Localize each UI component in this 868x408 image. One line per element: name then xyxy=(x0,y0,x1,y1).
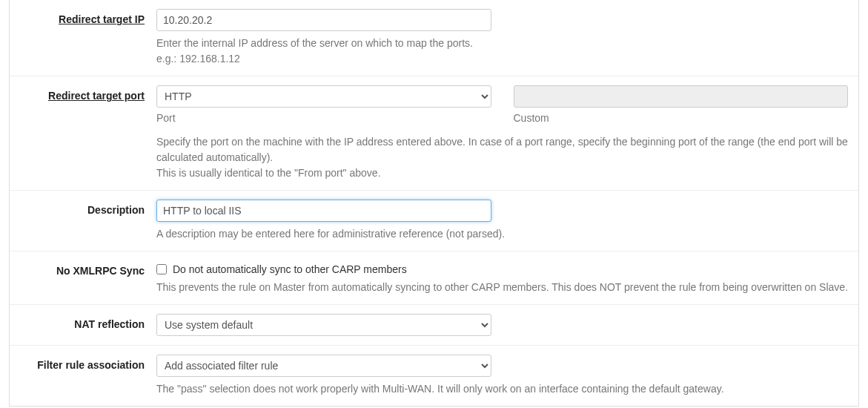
redirect-target-ip-input[interactable] xyxy=(156,9,491,31)
row-redirect-target-port: Redirect target port HTTP Port Custom Sp… xyxy=(10,76,858,190)
help-filter-rule-association: The "pass" selection does not work prope… xyxy=(156,381,848,397)
no-xmlrpc-sync-checkbox[interactable] xyxy=(156,264,167,274)
label-redirect-target-port: Redirect target port xyxy=(48,90,145,102)
label-filter-rule-association: Filter rule association xyxy=(37,359,145,371)
label-redirect-target-ip: Redirect target IP xyxy=(59,13,145,25)
help-no-xmlrpc-sync: This prevents the rule on Master from au… xyxy=(156,280,848,295)
help-redirect-target-ip: Enter the internal IP address of the ser… xyxy=(156,36,848,67)
sublabel-custom: Custom xyxy=(514,112,849,124)
filter-rule-association-select[interactable]: Add associated filter rule xyxy=(156,355,491,377)
description-input[interactable] xyxy=(156,200,491,222)
nat-form-panel: Redirect target IP Enter the internal IP… xyxy=(9,0,859,407)
row-no-xmlrpc-sync: No XMLRPC Sync Do not automatically sync… xyxy=(10,251,858,304)
row-description: Description A description may be entered… xyxy=(10,190,858,251)
help-redirect-target-port: Specify the port on the machine with the… xyxy=(156,134,848,181)
row-redirect-target-ip: Redirect target IP Enter the internal IP… xyxy=(10,0,858,76)
redirect-target-port-select[interactable]: HTTP xyxy=(156,85,491,108)
nat-reflection-select[interactable]: Use system default xyxy=(156,314,491,336)
sublabel-port: Port xyxy=(156,112,491,124)
label-nat-reflection: NAT reflection xyxy=(74,318,145,330)
row-filter-rule-association: Filter rule association Add associated f… xyxy=(10,345,858,406)
redirect-target-port-custom-input xyxy=(514,85,849,108)
label-no-xmlrpc-sync: No XMLRPC Sync xyxy=(56,265,145,277)
no-xmlrpc-sync-checkbox-label: Do not automatically sync to other CARP … xyxy=(173,263,407,275)
label-description: Description xyxy=(87,204,145,216)
help-description: A description may be entered here for ad… xyxy=(156,226,848,242)
row-nat-reflection: NAT reflection Use system default xyxy=(10,304,858,345)
